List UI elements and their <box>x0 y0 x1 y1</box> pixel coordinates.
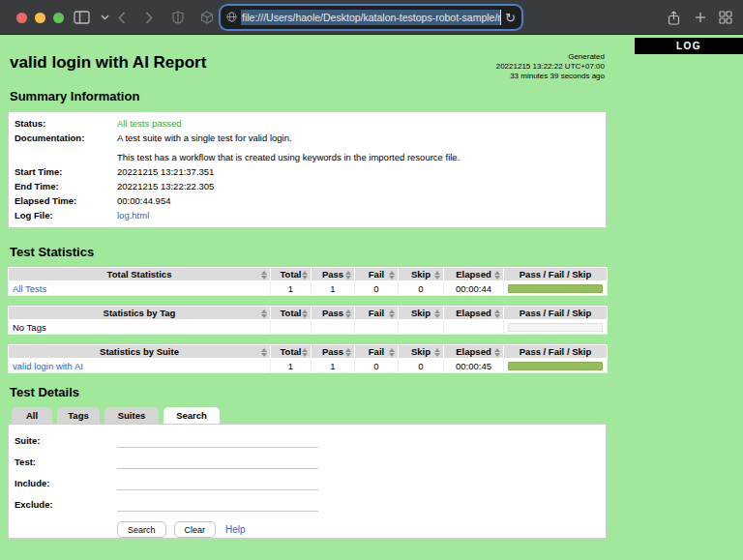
pass-fail-skip-bar <box>508 362 603 370</box>
documentation-label: Documentation: <box>15 132 117 144</box>
column-header-skip[interactable]: Skip <box>399 307 444 320</box>
column-header-graph: Pass / Fail / Skip <box>504 268 608 281</box>
log-button[interactable]: LOG <box>635 38 743 54</box>
sort-icon <box>389 309 396 318</box>
column-header-pass[interactable]: Pass <box>312 268 355 281</box>
new-tab-icon[interactable] <box>689 6 712 29</box>
search-panel: Suite: Test: Include: Exclude: Search Cl… <box>8 424 607 539</box>
close-window-button[interactable] <box>16 13 27 23</box>
zoom-window-button[interactable] <box>53 13 64 23</box>
column-header-name[interactable]: Total Statistics <box>9 268 271 281</box>
column-header-graph: Pass / Fail / Skip <box>504 307 608 320</box>
skip-value: 0 <box>399 281 444 296</box>
column-header-fail[interactable]: Fail <box>355 268 399 281</box>
column-header-total[interactable]: Total <box>271 268 312 281</box>
sort-icon <box>494 271 501 280</box>
end-time-label: End Time: <box>15 180 117 192</box>
column-header-pass[interactable]: Pass <box>312 307 355 320</box>
column-header-skip[interactable]: Skip <box>399 268 444 281</box>
sort-icon <box>494 348 501 357</box>
tab-tags[interactable]: Tags <box>57 407 100 424</box>
pass-value <box>312 320 355 335</box>
generated-ago: 33 minutes 39 seconds ago <box>496 72 605 81</box>
column-header-fail[interactable]: Fail <box>355 345 399 359</box>
tab-suites[interactable]: Suites <box>104 407 159 424</box>
pass-value: 1 <box>312 281 355 296</box>
column-header-elapsed[interactable]: Elapsed <box>444 307 504 320</box>
log-file-link[interactable]: log.html <box>117 209 149 221</box>
url-field[interactable]: file:///Users/haole/Desktop/katalon-test… <box>221 6 521 29</box>
exclude-input[interactable] <box>117 496 318 512</box>
elapsed-time-label: Elapsed Time: <box>15 194 117 207</box>
start-time-label: Start Time: <box>15 165 117 178</box>
fail-value: 0 <box>355 359 399 373</box>
no-tags-label: No Tags <box>9 320 271 335</box>
documentation-line2: This test has a workflow that is created… <box>117 151 460 163</box>
forward-button[interactable] <box>137 6 161 29</box>
extensions-cube-icon[interactable] <box>195 6 219 29</box>
total-value: 1 <box>271 281 312 296</box>
reload-icon[interactable]: ↻ <box>501 11 516 25</box>
status-value: All tests passed <box>117 117 182 130</box>
fail-value: 0 <box>355 281 399 296</box>
pass-value: 1 <box>312 359 355 373</box>
end-time-value: 20221215 13:22:22.305 <box>117 180 214 192</box>
start-time-value: 20221215 13:21:37.351 <box>117 165 214 178</box>
column-header-name[interactable]: Statistics by Tag <box>9 307 271 320</box>
sort-icon <box>434 348 441 357</box>
test-field-label: Test: <box>15 454 117 467</box>
column-header-elapsed[interactable]: Elapsed <box>444 268 504 281</box>
column-header-elapsed[interactable]: Elapsed <box>444 345 504 359</box>
test-input[interactable] <box>117 454 318 469</box>
log-file-label: Log File: <box>15 209 117 221</box>
tab-search[interactable]: Search <box>163 407 220 424</box>
include-input[interactable] <box>117 475 318 490</box>
sort-icon <box>345 271 352 280</box>
suite-field-label: Suite: <box>15 432 117 446</box>
total-value: 1 <box>271 359 312 373</box>
privacy-shield-icon[interactable] <box>166 6 190 29</box>
suite-link[interactable]: valid login with AI <box>13 361 83 371</box>
column-header-name[interactable]: Statistics by Suite <box>9 345 271 359</box>
fail-value <box>355 320 399 335</box>
help-link[interactable]: Help <box>225 524 246 535</box>
column-header-skip[interactable]: Skip <box>399 345 444 359</box>
total-statistics-table: Total Statistics Total Pass Fail Skip El… <box>8 267 608 296</box>
back-button[interactable] <box>110 6 134 29</box>
sidebar-icon[interactable] <box>70 6 93 29</box>
suite-statistics-table: Statistics by Suite Total Pass Fail Skip… <box>8 344 608 373</box>
elapsed-value <box>444 320 504 335</box>
search-button[interactable]: Search <box>117 521 166 538</box>
column-header-pass[interactable]: Pass <box>312 345 355 359</box>
suite-input[interactable] <box>117 432 318 448</box>
minimize-window-button[interactable] <box>35 13 45 23</box>
table-row: valid login with AI 1 1 0 0 00:00:45 <box>9 359 608 373</box>
generated-timestamp: 20221215 13:22:22 UTC+07:00 <box>496 62 605 72</box>
tab-overview-icon[interactable] <box>714 6 737 29</box>
tag-statistics-table: Statistics by Tag Total Pass Fail Skip E… <box>8 306 608 335</box>
share-icon[interactable] <box>662 6 685 29</box>
table-row: All Tests 1 1 0 0 00:00:44 <box>9 281 608 296</box>
elapsed-value: 00:00:45 <box>444 359 504 373</box>
sort-icon <box>261 348 268 357</box>
browser-window: file:///Users/haole/Desktop/katalon-test… <box>0 0 743 560</box>
skip-value <box>399 320 444 335</box>
clear-button[interactable]: Clear <box>174 521 217 538</box>
summary-heading: Summary Information <box>10 89 743 103</box>
column-header-total[interactable]: Total <box>271 345 312 359</box>
sort-icon <box>434 309 441 318</box>
elapsed-time-value: 00:00:44.954 <box>117 194 170 207</box>
generated-info: Generated 20221215 13:22:22 UTC+07:00 33… <box>496 52 605 81</box>
sort-icon <box>302 271 309 280</box>
tab-all[interactable]: All <box>12 407 52 424</box>
status-label: Status: <box>15 117 117 130</box>
all-tests-link[interactable]: All Tests <box>13 283 46 294</box>
summary-panel: Status: All tests passed Documentation: … <box>8 111 607 228</box>
exclude-field-label: Exclude: <box>15 496 117 510</box>
sort-icon <box>389 348 396 357</box>
column-header-total[interactable]: Total <box>271 307 312 320</box>
sort-icon <box>302 309 309 318</box>
report-page: LOG Generated 20221215 13:22:22 UTC+07:0… <box>0 36 743 560</box>
column-header-fail[interactable]: Fail <box>355 307 399 320</box>
url-text: file:///Users/haole/Desktop/katalon-test… <box>241 10 501 25</box>
